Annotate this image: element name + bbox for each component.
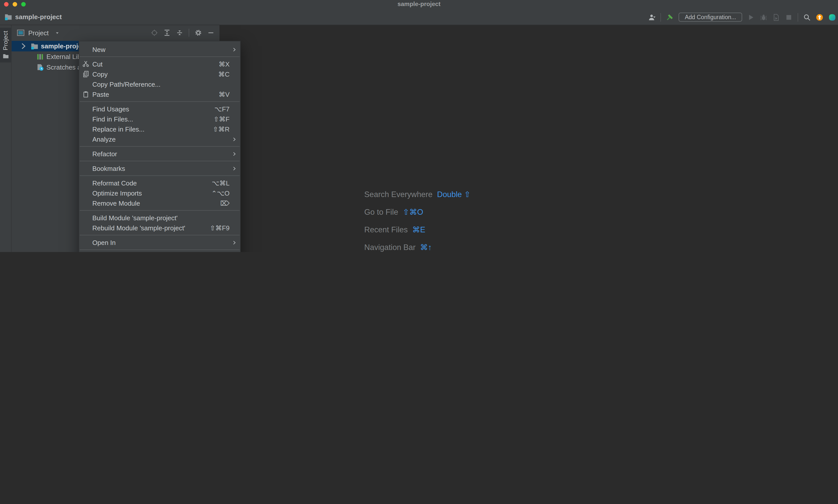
menu-separator <box>80 101 240 102</box>
submenu-arrow-icon <box>232 47 237 52</box>
context-menu-item[interactable]: Remove Module ⌦ <box>79 198 240 208</box>
context-menu-item[interactable]: Bookmarks <box>79 163 240 173</box>
context-menu-item[interactable]: Copy Path/Reference... <box>79 79 240 89</box>
context-menu-item[interactable]: Replace in Files... ⇧⌘R <box>79 124 240 134</box>
menu-separator <box>80 161 240 161</box>
shortcut-hint: Recent Files ⌘E <box>364 225 471 237</box>
chevron-down-icon[interactable] <box>55 31 60 35</box>
submenu-arrow-icon <box>232 166 237 170</box>
submenu-arrow-icon <box>232 240 237 245</box>
titlebar-project: sample-project <box>4 13 62 21</box>
toolbar-icon-update-available[interactable] <box>816 13 823 21</box>
context-menu-item[interactable]: Open In <box>79 237 240 248</box>
toolbar-icon-profile[interactable] <box>648 13 656 21</box>
context-menu-item[interactable]: Reformat Code ⌥⌘L <box>79 178 240 188</box>
run-toolbar: Add Configuration... <box>648 11 836 23</box>
panel-action-divider <box>189 29 189 37</box>
chevron-right-icon[interactable] <box>20 42 27 50</box>
stripe-tab-project[interactable]: Project <box>0 28 11 62</box>
toolbar-divider <box>661 13 661 21</box>
context-menu-item[interactable]: Find Usages ⌥F7 <box>79 104 240 114</box>
panel-action-icon-expand-all[interactable] <box>164 29 171 36</box>
project-folder-icon <box>4 13 12 21</box>
menu-separator <box>80 146 240 147</box>
project-toolwindow-header: Project <box>12 25 220 40</box>
panel-action-icon-settings[interactable] <box>195 29 202 36</box>
menu-separator <box>80 56 240 57</box>
context-menu-item[interactable]: Rebuild Module 'sample-project' ⇧⌘F9 <box>79 223 240 233</box>
context-menu-item[interactable]: Copy ⌘C <box>79 69 240 79</box>
panel-action-icon-hide[interactable] <box>207 29 215 36</box>
toolbar-icon-run-with-coverage[interactable] <box>772 13 780 21</box>
context-menu-item[interactable]: Find in Files... ⇧⌘F <box>79 114 240 124</box>
toolbar-icon-run[interactable] <box>747 13 755 21</box>
shortcut-hint: Navigation Bar ⌘↑ <box>364 243 471 252</box>
shortcut-hint: Search Everywhere Double ⇧ <box>364 190 471 202</box>
window-title: sample-project <box>0 0 838 7</box>
toolwindow-icon <box>17 29 25 37</box>
toolbar-icon-debug[interactable] <box>760 13 767 21</box>
panel-action-icon-collapse-all[interactable] <box>176 29 183 36</box>
context-menu-item[interactable]: Optimize Imports ⌃⌥O <box>79 188 240 198</box>
shortcut-hint: Go to File ⇧⌘O <box>364 208 471 220</box>
titlebar: sample-project sample-project Add Config… <box>0 0 838 25</box>
toolbar-divider <box>798 13 798 21</box>
toolbar-icon-profile-gradient[interactable] <box>828 13 836 21</box>
context-menu-item[interactable]: Paste ⌘V <box>79 89 240 99</box>
context-menu-item[interactable]: Analyze <box>79 134 240 144</box>
editor-area: Search Everywhere Double ⇧ Go to File ⇧⌘… <box>220 25 838 252</box>
context-menu-item[interactable]: Build Module 'sample-project' <box>79 213 240 223</box>
menu-separator <box>80 250 240 250</box>
toolwindow-title[interactable]: Project <box>28 29 49 37</box>
submenu-arrow-icon <box>232 137 237 141</box>
context-menu: New Cut ⌘X Copy ⌘C Copy Path/Reference..… <box>79 41 241 252</box>
context-menu-item[interactable]: Refactor <box>79 149 240 159</box>
toolwindow-stripe: Project Structure Bookmarks <box>0 25 12 252</box>
context-menu-item[interactable]: New <box>79 44 240 54</box>
panel-action-icon-locate[interactable] <box>151 29 158 36</box>
toolbar-icon-stop[interactable] <box>785 13 792 21</box>
menu-separator <box>80 175 240 176</box>
titlebar-project-name: sample-project <box>15 13 62 21</box>
context-menu-item[interactable]: Cut ⌘X <box>79 59 240 69</box>
submenu-arrow-icon <box>232 151 237 156</box>
add-configuration-button[interactable]: Add Configuration... <box>679 13 742 22</box>
shortcut-hints: Search Everywhere Double ⇧ Go to File ⇧⌘… <box>364 190 471 252</box>
toolbar-icon-build[interactable] <box>666 13 674 21</box>
chevron-down-icon <box>653 15 656 19</box>
menu-separator <box>80 210 240 211</box>
ide-window: sample-project sample-project Add Config… <box>0 0 838 252</box>
toolbar-icon-search-everywhere[interactable] <box>803 13 811 21</box>
menu-separator <box>80 235 240 235</box>
